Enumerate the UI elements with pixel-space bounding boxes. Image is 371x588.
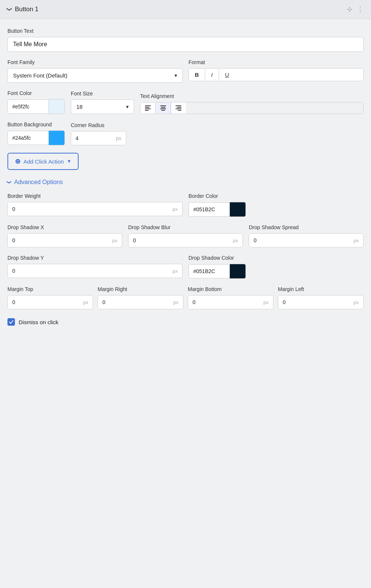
svg-rect-9: [177, 107, 181, 108]
format-label: Format: [188, 59, 364, 65]
drop-shadow-blur-label: Drop Shadow Blur: [128, 224, 243, 230]
drop-shadow-spread-unit: px: [353, 238, 363, 243]
underline-button[interactable]: U: [219, 69, 235, 81]
font-color-input[interactable]: [7, 99, 48, 114]
format-section: Format B I U: [188, 59, 364, 83]
drop-shadow-x-input[interactable]: [8, 234, 112, 247]
font-color-label: Font Color: [7, 90, 65, 96]
margin-right-unit: px: [173, 300, 183, 305]
italic-button[interactable]: I: [205, 69, 219, 81]
align-right-button[interactable]: [171, 102, 186, 114]
advanced-options-toggle[interactable]: ❯ Advanced Options: [7, 179, 63, 186]
font-family-select-wrapper: System Font (Default) ▼: [7, 68, 183, 83]
align-center-button[interactable]: [156, 102, 171, 114]
font-color-swatch[interactable]: [48, 99, 65, 114]
border-color-swatch[interactable]: [229, 202, 246, 217]
dismiss-on-click-row: Dismiss on click: [7, 318, 364, 326]
svg-rect-3: [145, 110, 149, 111]
border-row: Border Weight px Border Color: [7, 193, 364, 217]
corner-radius-section: Corner Radius px: [71, 122, 126, 145]
margin-left-input[interactable]: [278, 295, 353, 309]
svg-rect-7: [161, 110, 165, 111]
collapse-icon[interactable]: ❯: [7, 7, 13, 12]
more-options-icon[interactable]: ⋮: [357, 5, 364, 13]
drop-shadow-bottom-row: Drop Shadow Y px Drop Shadow Color: [7, 255, 364, 279]
drop-shadow-spread-label: Drop Shadow Spread: [249, 224, 364, 230]
drop-shadow-color-group: [188, 264, 364, 279]
button-background-input[interactable]: [7, 131, 48, 145]
drop-shadow-blur-section: Drop Shadow Blur px: [128, 224, 243, 247]
drop-shadow-color-section: Drop Shadow Color: [188, 255, 364, 279]
drop-shadow-x-section: Drop Shadow X px: [7, 224, 122, 247]
button-background-section: Button Background: [7, 121, 65, 145]
button-background-label: Button Background: [7, 121, 65, 127]
margin-right-section: Margin Right px: [98, 286, 183, 309]
panel-header-right: ⊹ ⋮: [347, 5, 364, 13]
font-family-section: Font Family System Font (Default) ▼: [7, 59, 183, 83]
margin-row: Margin Top px Margin Right px Margin Bot…: [7, 286, 364, 309]
margin-bottom-input[interactable]: [188, 295, 263, 309]
button-text-input[interactable]: [7, 37, 364, 52]
drop-shadow-color-label: Drop Shadow Color: [188, 255, 364, 261]
advanced-options-chevron-icon: ❯: [7, 180, 12, 184]
drop-shadow-y-input[interactable]: [8, 264, 172, 278]
button-text-label: Button Text: [7, 28, 364, 34]
drop-shadow-spread-input[interactable]: [249, 234, 353, 247]
drop-shadow-color-input[interactable]: [188, 264, 229, 278]
font-color-section: Font Color: [7, 90, 65, 114]
svg-rect-5: [161, 107, 165, 108]
drop-shadow-blur-input[interactable]: [129, 234, 233, 247]
margin-bottom-section: Margin Bottom px: [188, 286, 273, 309]
margin-right-input[interactable]: [98, 295, 173, 309]
move-icon[interactable]: ⊹: [347, 5, 352, 13]
corner-radius-input[interactable]: [71, 132, 116, 145]
drop-shadow-y-section: Drop Shadow Y px: [7, 255, 183, 279]
margin-top-input-group: px: [7, 295, 93, 309]
border-color-input[interactable]: [188, 202, 229, 216]
font-color-group: [7, 99, 65, 114]
corner-radius-unit: px: [116, 135, 126, 141]
alignment-buttons: [140, 102, 364, 114]
drop-shadow-spread-input-group: px: [249, 233, 364, 247]
drop-shadow-top-row: Drop Shadow X px Drop Shadow Blur px Dro…: [7, 224, 364, 247]
svg-rect-4: [160, 105, 166, 106]
font-size-label: Font Size: [71, 91, 134, 97]
dismiss-on-click-label: Dismiss on click: [19, 319, 58, 325]
corner-radius-field: px: [71, 131, 126, 145]
drop-shadow-x-label: Drop Shadow X: [7, 224, 122, 230]
margin-left-label: Margin Left: [278, 286, 364, 292]
align-left-button[interactable]: [140, 102, 156, 114]
margin-bottom-label: Margin Bottom: [188, 286, 273, 292]
button-text-section: Button Text: [7, 28, 364, 52]
margin-left-section: Margin Left px: [278, 286, 364, 309]
format-buttons: B I U: [188, 68, 364, 81]
font-size-select[interactable]: 18: [71, 99, 134, 114]
panel: ❯ Button 1 ⊹ ⋮ Button Text Font Family S…: [0, 0, 371, 588]
border-weight-section: Border Weight px: [7, 193, 183, 217]
drop-shadow-y-unit: px: [172, 268, 182, 274]
margin-right-label: Margin Right: [98, 286, 183, 292]
margin-bottom-unit: px: [263, 300, 273, 305]
font-family-select[interactable]: System Font (Default): [7, 68, 183, 83]
border-weight-input[interactable]: [8, 202, 172, 216]
svg-rect-1: [145, 107, 149, 108]
drop-shadow-color-swatch[interactable]: [229, 264, 246, 279]
svg-rect-8: [175, 105, 181, 106]
border-weight-unit: px: [172, 206, 182, 212]
button-background-swatch[interactable]: [48, 130, 65, 145]
margin-left-input-group: px: [278, 295, 364, 309]
svg-rect-10: [175, 108, 181, 109]
font-size-select-wrapper: 18 ▼: [71, 99, 134, 114]
panel-header-left: ❯ Button 1: [7, 6, 38, 13]
drop-shadow-x-unit: px: [112, 238, 122, 243]
svg-rect-6: [160, 108, 166, 109]
dismiss-on-click-checkbox[interactable]: [7, 318, 15, 326]
margin-top-input[interactable]: [8, 295, 83, 309]
bold-button[interactable]: B: [189, 69, 205, 81]
margin-left-unit: px: [353, 300, 363, 305]
svg-rect-2: [145, 108, 151, 109]
font-family-format-row: Font Family System Font (Default) ▼ Form…: [7, 59, 364, 83]
add-click-action-button[interactable]: ⊕ Add Click Action ▼: [7, 153, 79, 170]
text-alignment-label: Text Alignment: [140, 93, 364, 99]
button-background-group: [7, 130, 65, 145]
